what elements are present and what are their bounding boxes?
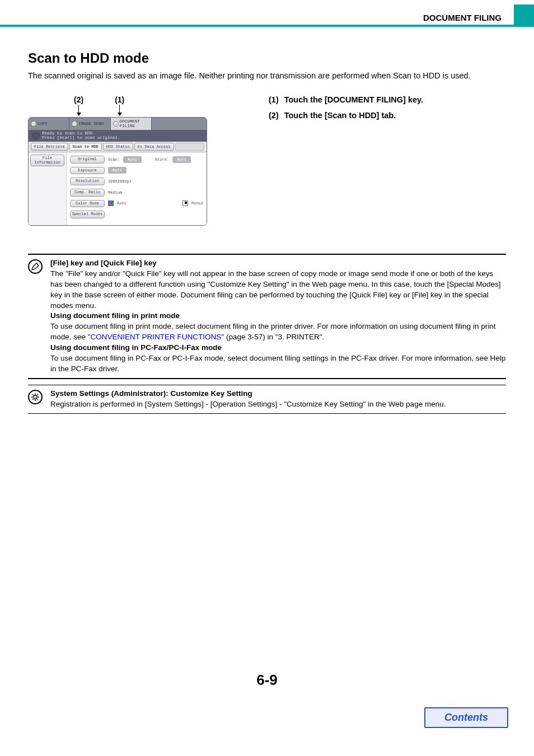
pencil-icon <box>28 259 43 274</box>
color-icon <box>108 200 114 206</box>
original-button[interactable]: Original <box>70 156 105 164</box>
subtab-file-retrieve[interactable]: File Retrieve <box>31 143 68 151</box>
subtab-hdd-status[interactable]: HDD Status <box>103 143 133 151</box>
lead-paragraph: The scanned original is saved as an imag… <box>28 71 506 82</box>
color-mode-button[interactable]: Color Mode <box>70 200 105 208</box>
note1-p2b: " (page 3-57) in "3. PRINTER". <box>221 333 324 341</box>
copy-icon <box>31 121 36 127</box>
store-value: Auto <box>172 156 191 163</box>
tab-image-send[interactable]: IMAGE SEND <box>69 118 110 130</box>
mono-icon <box>182 200 188 206</box>
printer-functions-link[interactable]: CONVENIENT PRINTER FUNCTIONS <box>91 333 222 341</box>
send-icon <box>72 121 77 127</box>
gear-icon <box>28 390 43 404</box>
store-label: Store: <box>155 157 169 162</box>
steps-list: (1)Touch the [DOCUMENT FILING] key. (2)T… <box>269 95 506 120</box>
file-information-button[interactable]: File Information <box>30 155 64 166</box>
page-heading: Scan to HDD mode <box>28 50 506 66</box>
comp-ratio-button[interactable]: Comp. Ratio <box>70 189 105 197</box>
step-1-text: Touch the [DOCUMENT FILING] key. <box>284 95 423 104</box>
color-mode-value: Auto <box>117 201 127 206</box>
special-modes-button[interactable]: Special Modes <box>70 211 105 218</box>
callout-1: (1) <box>115 95 124 116</box>
scan-label: Scan: <box>108 157 120 162</box>
status-bar: Ready to scan to HDD. Press [Start] to s… <box>29 130 207 142</box>
exposure-button[interactable]: Exposure <box>70 167 105 175</box>
svg-line-8 <box>37 394 38 395</box>
resolution-button[interactable]: Resolution <box>70 178 105 185</box>
subtab-blank <box>175 143 204 151</box>
subtab-ex-data-access[interactable]: Ex Data Access <box>134 143 174 151</box>
note2-p: Registration is performed in [System Set… <box>50 400 446 408</box>
callout-2: (2) <box>74 95 83 116</box>
note1-h3: Using document filing in PC-Fax/PC-I-Fax… <box>50 343 222 352</box>
step-2-text: Touch the [Scan to HDD] tab. <box>284 111 396 120</box>
note1-h1: [File] key and [Quick File] key <box>50 259 157 267</box>
contents-button[interactable]: Contents <box>424 707 508 728</box>
mono-label: Mono2 <box>191 201 203 206</box>
svg-line-6 <box>37 399 38 400</box>
note1-p1: The "File" key and/or "Quick File" key w… <box>50 269 501 310</box>
svg-line-7 <box>32 399 34 400</box>
device-panel: COPY IMAGE SEND DOCUMENT FILING Ready to… <box>28 117 207 226</box>
comp-ratio-value: Medium <box>108 190 122 195</box>
header-accent-block <box>514 4 534 25</box>
screenshot-figure: (2) (1) COPY IMAGE SEND DOCUMENT FILING <box>28 95 241 226</box>
resolution-value: 200X200dpi <box>108 179 132 184</box>
note1-h2: Using document filing in print mode <box>50 311 180 320</box>
section-title: DOCUMENT FILING <box>423 11 508 25</box>
note1-p3: To use document filing in PC-Fax or PC-I… <box>50 354 505 373</box>
svg-line-5 <box>32 394 34 395</box>
filing-icon <box>113 121 119 127</box>
note-block-2: System Settings (Administrator): Customi… <box>28 385 506 414</box>
svg-point-0 <box>34 395 37 399</box>
scan-value: Auto <box>123 156 142 163</box>
globe-icon <box>32 132 40 139</box>
step-1-number: (1) <box>269 95 279 104</box>
note2-h: System Settings (Administrator): Customi… <box>50 389 252 398</box>
exposure-value: Auto <box>108 167 127 174</box>
tab-copy[interactable]: COPY <box>29 118 69 130</box>
header-bar: DOCUMENT FILING <box>0 0 534 25</box>
page-number: 6-9 <box>28 671 506 689</box>
step-2-number: (2) <box>269 111 279 120</box>
tab-blank <box>152 118 207 130</box>
note-block-1: [File] key and [Quick File] key The "Fil… <box>28 254 506 379</box>
subtab-scan-to-hdd[interactable]: Scan to HDD <box>69 143 102 151</box>
tab-document-filing[interactable]: DOCUMENT FILING <box>111 118 152 130</box>
